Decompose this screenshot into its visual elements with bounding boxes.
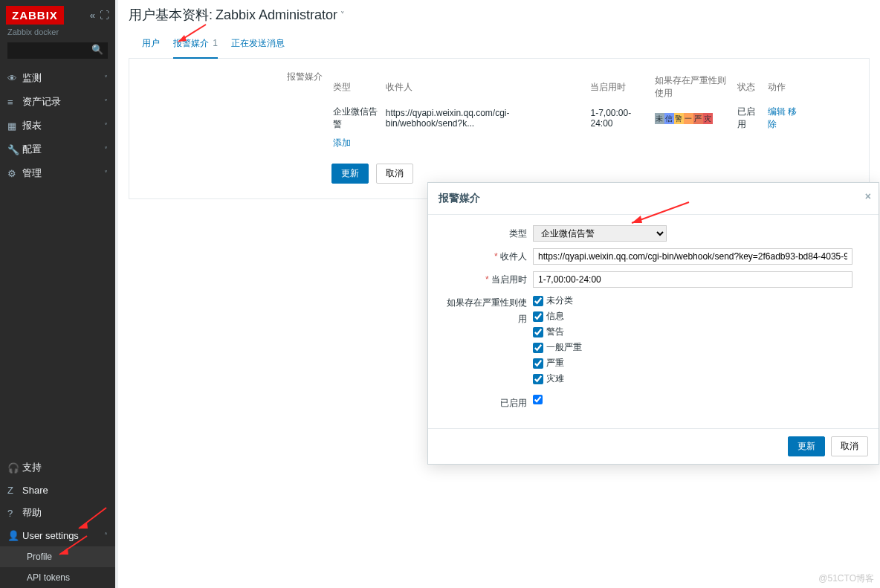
enabled-checkbox[interactable] [533,395,543,404]
severity-checkbox[interactable] [533,343,543,353]
chevron-down-icon: ˅ [104,146,108,154]
nav-label: 管理 [22,167,42,180]
chevron-down-icon: ˅ [104,122,108,130]
col-severity: 如果存在严重性则使用 [655,72,736,102]
sidebar-item[interactable]: 🎧支持 [0,456,115,479]
nav-icon: 👁 [7,73,22,84]
severity-checkbox[interactable] [533,327,543,337]
sendto-input[interactable] [533,248,852,265]
tab-media-label: 报警媒介 [173,38,209,48]
row-sendto: https://qyapi.weixin.qq.com/cgi-bin/webh… [386,103,589,133]
nav-label: 支持 [22,461,42,474]
nav-label: 配置 [22,143,42,156]
modal-update-button[interactable]: 更新 [788,436,825,456]
cancel-button[interactable]: 取消 [376,164,413,184]
close-icon[interactable]: × [865,190,871,202]
sidebar: ZABBIX « ⛶ Zabbix docker 🔍 👁监测˅≡资产记录˅▦报表… [0,0,115,588]
row-status: 已启用 [737,103,766,133]
sidebar-item[interactable]: ⚙管理˅ [0,161,115,185]
nav-icon: ≡ [7,97,22,108]
collapse-icon[interactable]: « [90,10,95,21]
col-action: 动作 [768,72,806,102]
sidebar-item[interactable]: 👁监测˅ [0,66,115,90]
nav-icon: 🔧 [7,144,22,155]
nav-label: 帮助 [22,506,42,520]
sidebar-item-user-settings[interactable]: 👤 User settings ˄ [0,525,115,546]
sidebar-item[interactable]: ?帮助 [0,501,115,525]
severity-label: 一般严重 [546,341,582,354]
tab-sending[interactable]: 正在发送消息 [231,34,285,58]
severity-label: 信息 [546,310,564,323]
sidebar-item[interactable]: ZShare [0,479,115,501]
edit-link[interactable]: 编辑 [768,106,786,117]
media-table: 类型 收件人 当启用时 如果存在严重性则使用 状态 动作 企业微信告警 http… [331,71,807,153]
fullscreen-icon[interactable]: ⛶ [100,10,109,21]
sidebar-item[interactable]: ≡资产记录˅ [0,90,115,114]
chevron-down-icon: ˅ [104,98,108,106]
row-type: 企业微信告警 [333,103,384,133]
page-title-label: 用户基本资料: [129,6,213,24]
severity-checkbox[interactable] [533,296,543,306]
media-modal: 报警媒介 × 类型 企业微信告警 收件人 当启用时 如果存在严重性则使用 未分类… [427,182,879,465]
modal-label-sendto: 收件人 [441,248,527,265]
add-media-link[interactable]: 添加 [333,138,351,148]
modal-label-active: 当启用时 [441,271,527,288]
severity-label: 警告 [546,326,564,338]
tab-media-count: 1 [213,38,218,48]
nav-icon: ⚙ [7,168,22,179]
severity-checkbox[interactable] [533,311,543,322]
nav-icon: ▦ [7,120,22,132]
severity-label: 灾难 [546,372,564,385]
tabs: 用户 报警媒介 1 正在发送消息 [129,30,870,59]
sidebar-subitem-profile[interactable]: Profile [0,546,115,567]
severity-label: 未分类 [546,294,573,307]
sidebar-subitem-api-tokens[interactable]: API tokens [0,567,115,588]
chevron-down-icon[interactable]: ˅ [340,10,345,20]
media-row: 企业微信告警 https://qyapi.weixin.qq.com/cgi-b… [333,103,806,133]
severity-checkbox[interactable] [533,374,543,384]
modal-label-enabled: 已启用 [441,395,527,411]
row-active: 1-7,00:00-24:00 [590,103,653,133]
page-user-name: Zabbix Administrator [216,7,337,23]
nav-label: 资产记录 [22,95,61,109]
chevron-up-icon: ˄ [104,532,108,540]
type-select[interactable]: 企业微信告警 [533,225,667,242]
server-name: Zabbix docker [0,28,115,42]
modal-cancel-button[interactable]: 取消 [831,436,868,456]
search-icon[interactable]: 🔍 [91,44,103,55]
active-input[interactable] [533,271,852,288]
chevron-down-icon: ˅ [104,74,108,83]
sidebar-item[interactable]: 🔧配置˅ [0,138,115,161]
nav-label: 报表 [22,119,42,132]
modal-label-type: 类型 [441,225,527,242]
user-icon: 👤 [7,530,22,541]
update-button[interactable]: 更新 [331,164,369,184]
tab-media[interactable]: 报警媒介 1 [173,34,218,59]
nav-icon: 🎧 [7,462,22,474]
severity-label: 严重 [546,357,564,369]
sidebar-item[interactable]: ▦报表˅ [0,114,115,138]
page-title: 用户基本资料: Zabbix Administrator ˅ [118,0,880,30]
col-type: 类型 [333,72,384,102]
nav-label: 监测 [22,71,42,85]
modal-title: 报警媒介 × [428,183,879,215]
media-section-label: 报警媒介 [287,71,330,184]
nav-icon: Z [7,485,22,496]
sidebar-header: ZABBIX « ⛶ [0,0,115,28]
modal-label-severity: 如果存在严重性则使用 [441,294,527,327]
zabbix-logo[interactable]: ZABBIX [6,6,64,25]
watermark: @51CTO博客 [818,572,874,585]
col-active: 当启用时 [590,72,653,102]
nav-icon: ? [7,508,22,519]
severity-checkbox[interactable] [533,358,543,369]
chevron-down-icon: ˅ [104,169,108,178]
tab-user[interactable]: 用户 [142,34,160,58]
col-sendto: 收件人 [386,72,589,102]
nav-label: Share [22,485,48,496]
user-settings-label: User settings [22,530,79,541]
col-status: 状态 [737,72,766,102]
severity-tags: 未信警一严灾 [655,113,731,124]
